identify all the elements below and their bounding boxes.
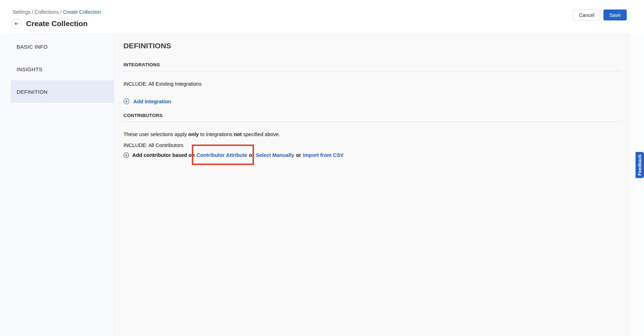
- contributors-include-text: INCLUDE: All Contributors: [123, 142, 620, 149]
- main-content: DEFINITIONS INTEGRATIONS INCLUDE: All Ex…: [115, 35, 631, 336]
- add-integration-button[interactable]: Add Integration: [123, 98, 171, 104]
- select-manually-link[interactable]: Select Manually: [256, 152, 294, 158]
- plus-circle-icon: [123, 98, 129, 104]
- breadcrumb-separator: /: [31, 9, 35, 15]
- save-button[interactable]: Save: [603, 10, 627, 20]
- breadcrumb-current: Create Collection: [63, 9, 101, 15]
- title-row: Create Collection: [12, 19, 87, 29]
- note-text: These user selections apply: [123, 132, 188, 137]
- sidebar-item-basic-info[interactable]: BASIC INFO: [11, 35, 114, 58]
- breadcrumb: Settings / Collections / Create Collecti…: [13, 9, 101, 15]
- cancel-button[interactable]: Cancel: [573, 10, 600, 20]
- note-text: to integrations: [199, 132, 234, 137]
- contributors-note: These user selections apply only to inte…: [123, 131, 620, 138]
- note-bold-only: only: [188, 132, 199, 137]
- note-text: specified above.: [242, 132, 280, 137]
- integrations-include-text: INCLUDE: All Existing Integrations: [123, 81, 620, 87]
- add-contributor-prefix: Add contributor based on: [132, 152, 195, 158]
- add-integration-label: Add Integration: [133, 99, 171, 104]
- contributor-attribute-anchor: Contributor Attribute: [196, 152, 247, 158]
- sidebar: BASIC INFO INSIGHTS DEFINITION: [0, 35, 114, 336]
- breadcrumb-settings[interactable]: Settings: [13, 9, 31, 15]
- app-window: Settings / Collections / Create Collecti…: [0, 0, 644, 336]
- back-button[interactable]: [12, 19, 22, 29]
- page-title: Create Collection: [26, 19, 87, 28]
- import-from-csv-link[interactable]: Import from CSV: [303, 152, 344, 158]
- note-bold-not: not: [234, 132, 242, 137]
- sidebar-item-insights[interactable]: INSIGHTS: [11, 58, 114, 80]
- top-header: Settings / Collections / Create Collecti…: [0, 0, 644, 35]
- contributors-section-label: CONTRIBUTORS: [123, 113, 620, 118]
- add-contributor-row: Add contributor based on Contributor Att…: [123, 152, 620, 158]
- or-separator: or: [249, 152, 254, 158]
- definitions-heading: DEFINITIONS: [123, 42, 620, 50]
- plus-circle-icon: [123, 152, 129, 158]
- contributors-divider: [123, 122, 620, 122]
- integrations-section-label: INTEGRATIONS: [123, 62, 620, 67]
- feedback-tab[interactable]: Feedback: [636, 152, 644, 178]
- breadcrumb-collections[interactable]: Collections: [35, 9, 59, 15]
- or-separator: or: [296, 152, 301, 158]
- breadcrumb-separator: /: [59, 9, 63, 15]
- arrow-left-icon: [14, 21, 19, 26]
- sidebar-item-definition[interactable]: DEFINITION: [11, 80, 114, 103]
- contributor-attribute-link[interactable]: Contributor Attribute: [196, 152, 247, 158]
- header-actions: Cancel Save: [573, 10, 627, 20]
- integrations-divider: [123, 71, 620, 71]
